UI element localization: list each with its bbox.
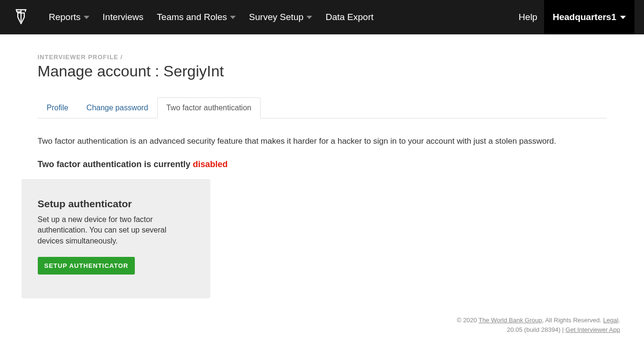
chevron-down-icon <box>230 16 236 19</box>
nav-item-survey-setup[interactable]: Survey Setup <box>242 7 319 27</box>
tfa-description: Two factor authentication is an advanced… <box>38 137 607 146</box>
setup-card-text: Set up a new device for two factor authe… <box>38 214 194 246</box>
main-container: INTERVIEWER PROFILE / Manage account : S… <box>28 34 616 298</box>
page-title: Manage account : SergiyInt <box>38 63 607 80</box>
setup-card-title: Setup authenticator <box>38 198 194 210</box>
tfa-status: Two factor authentication is currently d… <box>38 159 607 170</box>
tab-profile[interactable]: Profile <box>38 97 77 118</box>
app-logo-icon[interactable] <box>14 9 28 26</box>
top-navbar: Reports Interviews Teams and Roles Surve… <box>0 0 644 34</box>
chevron-down-icon <box>306 16 312 19</box>
tab-content: Two factor authentication is an advanced… <box>38 118 607 298</box>
page-title-prefix: Manage account : <box>38 63 164 80</box>
tabs: Profile Change password Two factor authe… <box>38 97 607 118</box>
nav-label: Teams and Roles <box>157 12 227 22</box>
chevron-down-icon <box>620 16 626 19</box>
tab-two-factor[interactable]: Two factor authentication <box>157 97 261 118</box>
tab-change-password[interactable]: Change password <box>77 97 157 118</box>
nav-label: Interviews <box>103 12 144 22</box>
nav-items: Reports Interviews Teams and Roles Surve… <box>42 7 512 27</box>
setup-authenticator-button[interactable]: SETUP AUTHENTICATOR <box>38 257 135 275</box>
breadcrumb[interactable]: INTERVIEWER PROFILE / <box>38 53 607 61</box>
nav-user-label: Headquarters1 <box>553 12 616 22</box>
nav-item-interviews[interactable]: Interviews <box>96 7 151 27</box>
setup-authenticator-card: Setup authenticator Set up a new device … <box>22 179 210 298</box>
page-title-name: SergiyInt <box>164 63 224 80</box>
tfa-status-badge: disabled <box>193 159 228 169</box>
nav-item-teams-roles[interactable]: Teams and Roles <box>150 7 242 27</box>
tfa-status-prefix: Two factor authentication is currently <box>38 159 193 169</box>
nav-label: Reports <box>49 12 81 22</box>
nav-help-link[interactable]: Help <box>512 12 544 22</box>
nav-right: Help Headquarters1 <box>512 0 634 34</box>
nav-item-data-export[interactable]: Data Export <box>319 7 380 27</box>
nav-label: Data Export <box>326 12 373 22</box>
nav-item-reports[interactable]: Reports <box>42 7 96 27</box>
nav-user-menu[interactable]: Headquarters1 <box>544 0 634 34</box>
chevron-down-icon <box>84 16 89 19</box>
nav-label: Survey Setup <box>249 12 304 22</box>
